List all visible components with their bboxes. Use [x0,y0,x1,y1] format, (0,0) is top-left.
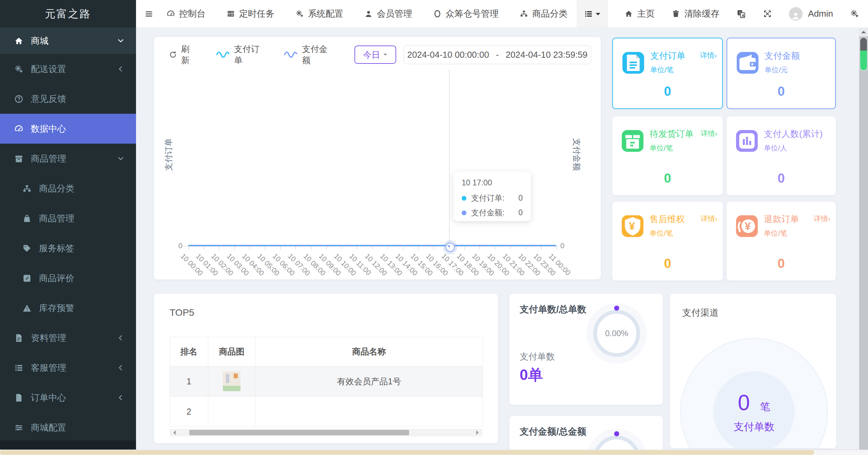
stat-card-unit: 单位/人 [764,143,830,153]
home-icon [624,10,633,18]
sidebar-item[interactable]: 商品评价 [0,263,136,293]
sidebar-item-icon [14,94,23,104]
date-range-input[interactable]: 2024-04-10 00:00:00 - 2024-04-10 23:59:5… [404,45,591,64]
horizontal-scrollbar[interactable] [0,450,868,455]
sidebar-item[interactable]: 商品管理 [0,203,136,233]
sidebar-item-icon [14,65,23,74]
clear-cache-button[interactable]: 清除缓存 [672,8,719,20]
sidebar-item[interactable]: 商品分类 [0,174,136,203]
stat-card: 支付人数(累计) 单位/人 0 [727,116,836,195]
scroll-right-arrow-icon[interactable] [476,430,481,435]
menu-dropdown-button[interactable] [577,0,607,28]
table-horizontal-scrollbar[interactable] [170,429,482,436]
sidebar-item[interactable]: 商城 [0,28,136,54]
sidebar-item-icon [14,154,23,163]
sidebar-item[interactable]: 库存预警 [0,293,136,323]
sidebar-item[interactable]: 订单中心 [0,383,136,413]
legend-item[interactable]: 支付订单 [216,43,265,66]
detail-link[interactable]: 详情› [814,213,830,224]
refresh-icon [169,51,177,59]
tooltip-row: 支付金额: 0 [462,207,523,218]
home-button[interactable]: 主页 [624,8,655,20]
tooltip-series-value: 0 [518,194,523,203]
sidebar-item[interactable]: 服务标签 [0,233,136,263]
sidebar-item[interactable]: 资料管理 [0,323,136,353]
scroll-up-arrow-icon[interactable] [859,28,868,36]
sidebar-item-icon [22,304,32,313]
chart-crosshair [449,70,450,246]
stat-card-icon: ¥ [736,215,758,237]
y-axis-label-left: 支付订单 [163,131,174,178]
sidebar-item[interactable]: 意见反馈 [0,84,136,114]
sidebar-item[interactable]: 商城配置 [0,413,136,442]
navbar-menu: 控制台 定时任务 系统配置 会员管理 众筹仓号管理 [167,8,567,20]
detail-link[interactable]: 详情› [700,50,717,61]
chevron-icon [117,244,124,252]
sidebar-item-label: 商品评价 [39,272,74,284]
stat-card: 待发货订单 详情› 单位/笔 0 [612,116,723,195]
navbar-item[interactable]: 商品分类 [520,8,567,20]
scroll-left-arrow-icon[interactable] [171,430,176,435]
chevron-icon [117,394,124,401]
navbar-item[interactable]: 控制台 [167,8,206,20]
translate-icon[interactable]: 文A [736,9,746,19]
top5-title: TOP5 [170,307,194,318]
fullscreen-icon[interactable] [763,9,772,18]
channel-title: 支付渠道 [682,307,719,319]
top5-card: TOP5 排名 商品图 商品名称 1 有效会员产品1号 2 [154,294,498,443]
date-preset-button[interactable]: 今日 [354,46,396,64]
stat-card: ¥ 售后维权 详情› 单位/笔 0 [612,202,723,280]
gauge-metric-value: 0单 [520,365,543,385]
stat-card-icon [622,130,643,152]
detail-link[interactable]: 详情› [701,213,717,224]
donut-gauge: 0.00% [593,310,640,357]
sidebar-item[interactable]: 数据中心 [0,114,136,144]
date-preset-label: 今日 [363,49,380,60]
channel-center-circle: 0 笔 支付单数 [713,371,795,448]
navbar-item-label: 会员管理 [377,8,412,20]
legend-item[interactable]: 支付金额 [284,43,332,66]
sidebar-item-icon [14,124,23,133]
sidebar-item-label: 商品分类 [39,183,74,195]
sidebar-toggle-button[interactable] [136,0,162,28]
scrollbar-thumb[interactable] [189,430,409,435]
sidebar-item[interactable]: 客服管理 [0,353,136,383]
detail-link[interactable]: 详情› [701,128,717,139]
sidebar-item-label: 商品管理 [31,153,66,165]
tooltip-time: 10 17:00 [462,178,523,187]
wave-line-icon [284,51,298,59]
stat-card-title: 售后维权 [650,213,685,225]
wave-line-icon [216,51,230,59]
svg-text:¥: ¥ [629,220,635,232]
horizontal-scrollbar-thumb[interactable] [0,450,814,455]
navbar-item-label: 控制台 [179,8,206,20]
svg-text:A: A [741,13,745,17]
stat-card: 支付金额 单位/元 0 [727,38,836,109]
chevron-icon [117,274,124,282]
settings-gear-icon[interactable] [850,9,859,18]
navbar-item[interactable]: 定时任务 [227,8,274,20]
trash-icon [672,10,680,18]
refresh-button[interactable]: 刷新 [169,43,197,66]
vertical-scrollbar-thumb[interactable] [860,38,867,70]
navbar-item-label: 商品分类 [532,8,567,20]
navbar-item-icon [167,10,175,18]
sidebar-item-label: 数据中心 [31,123,66,135]
chevron-icon [117,334,124,342]
chevron-icon [117,364,124,371]
vertical-scrollbar[interactable] [859,28,868,450]
navbar-item[interactable]: 系统配置 [295,8,343,20]
user-menu[interactable]: Admin [789,7,833,21]
chevron-icon [117,215,124,222]
navbar-item-label: 系统配置 [308,8,343,20]
series-dot-icon [462,196,466,201]
sidebar-item[interactable]: 商品管理 [0,144,136,174]
navbar-item[interactable]: 众筹仓号管理 [433,8,499,20]
navbar-item-label: 定时任务 [239,8,274,20]
pay-amount-gauge-card: 支付金额/总金额 [509,416,663,455]
sidebar-item[interactable]: 配送设置 [0,54,136,84]
series-dot-icon [462,211,466,215]
navbar-item[interactable]: 会员管理 [364,8,412,20]
name-cell: 有效会员产品1号 [255,366,483,396]
sidebar: 元富之路 商城 配送设置 意见反馈 数据中心 [0,0,136,450]
